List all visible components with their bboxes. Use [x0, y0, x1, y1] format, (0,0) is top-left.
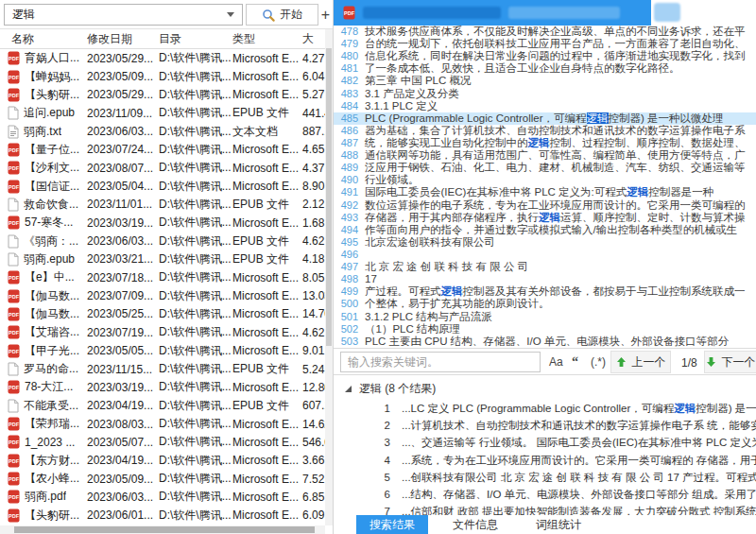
doc-line[interactable]: 499产过程。可程式逻辑控制器及其有关外部设备，都按易于与工业控制系统联成一 — [334, 285, 756, 298]
table-row[interactable]: 弱商.txt2023/06/03...D:\软件\腾讯...文本文档887.1 — [0, 122, 325, 140]
match-case-button[interactable]: Aa — [549, 352, 563, 372]
table-row[interactable]: PDF【荣邦瑞...2023/08/03...D:\软件\腾讯...Micros… — [0, 415, 325, 433]
table-row[interactable]: 《弱商：...2023/06/03...D:\软件\腾讯...EPUB 文件4.… — [0, 232, 325, 250]
table-row[interactable]: PDF1_2023 ...2023/05/07...D:\软件\腾讯...Mic… — [0, 433, 325, 451]
column-header-size[interactable]: 大 — [302, 31, 325, 47]
tab-file-info[interactable]: 文件信息 — [439, 515, 511, 534]
doc-line[interactable]: 496 — [334, 249, 756, 261]
file-size: 441.4 — [302, 107, 325, 120]
column-header-date[interactable]: 修改日期 — [87, 31, 159, 47]
tab-phrase-stats[interactable]: 词组统计 — [523, 515, 594, 534]
epub-file-icon — [8, 252, 19, 267]
doc-line[interactable]: 495北京宏途创联科技有限公司 — [334, 236, 756, 249]
column-header-name[interactable]: 名称 — [0, 31, 87, 47]
column-header-dir[interactable]: 目录 — [159, 31, 232, 47]
collapse-triangle-icon[interactable] — [345, 386, 352, 392]
result-item[interactable]: 1...LC 定义 PLC (Programmable Logic Contro… — [334, 400, 756, 417]
vertical-scrollbar-thumb[interactable] — [326, 48, 332, 346]
doc-line[interactable]: 482第三章 中国 PLC 概况 — [334, 75, 756, 87]
table-row[interactable]: PDF【伽马数...2023/05/25...D:\软件\腾讯...Micros… — [0, 305, 325, 323]
table-row[interactable]: PDF【甲子光...2023/05/05...D:\软件\腾讯...Micros… — [0, 342, 325, 360]
table-row[interactable]: 罗马的命...2023/11/15...D:\软件\腾讯...EPUB 文件5.… — [0, 360, 325, 378]
find-input[interactable] — [340, 352, 541, 372]
vertical-scrollbar[interactable] — [325, 29, 333, 525]
file-dir: D:\软件\腾讯... — [159, 361, 232, 377]
line-number: 483 — [334, 88, 358, 100]
table-row[interactable]: PDF【东方财...2023/04/19...D:\软件\腾讯...Micros… — [0, 452, 325, 470]
table-row[interactable]: PDF育娲人口...2023/05/29...D:\软件\腾讯...Micros… — [0, 49, 325, 67]
text-segment: 运算、顺序控制、定时、计数与算术操 — [560, 212, 746, 223]
text-segment: ...LC 定义 PLC (Programmable Logic Control… — [402, 403, 674, 414]
table-row[interactable]: 弱商.epub2023/03/21...D:\软件\腾讯...EPUB 文件4.… — [0, 250, 325, 268]
doc-line[interactable]: 4833.1 产品定义及分类 — [334, 88, 756, 100]
previous-result-button[interactable]: 上一个 — [610, 351, 671, 373]
result-item[interactable]: 5...创联科技有限公司 北 京 宏 途 创 联 科 技 有 限 公 司 17 … — [334, 469, 756, 486]
table-row[interactable]: PDF78-大江...2023/03/19...D:\软件\腾讯...Micro… — [0, 378, 325, 396]
regex-button[interactable]: (.*) — [591, 352, 606, 372]
results-header[interactable]: 逻辑 (8 个结果) — [334, 375, 756, 400]
table-row[interactable]: PDF【伽马数...2023/07/09...D:\软件\腾讯...Micros… — [0, 286, 325, 304]
column-header-type[interactable]: 类型 — [232, 31, 302, 47]
file-name-cell: PDF育娲人口... — [0, 50, 87, 66]
table-row[interactable]: PDF【蝉妈妈...2023/05/09...D:\软件\腾讯...Micros… — [0, 67, 325, 85]
table-row[interactable]: PDF【头豹研...2023/05/29...D:\软件\腾讯...Micros… — [0, 86, 325, 104]
doc-line[interactable]: 502（1）PLC 结构原理 — [334, 323, 756, 336]
table-row[interactable]: 不能承受...2023/04/19...D:\软件\腾讯...EPUB 文件60… — [0, 397, 325, 415]
table-row[interactable]: 救命饮食...2023/11/01...D:\软件\腾讯...EPUB 文件2.… — [0, 196, 325, 214]
doc-line[interactable]: 490行业领域。 — [334, 174, 756, 186]
next-result-button[interactable]: 下一个 — [704, 351, 756, 373]
line-number: 485 — [334, 112, 358, 125]
table-row[interactable]: PDF【艾瑞咨...2023/07/19...D:\软件\腾讯...Micros… — [0, 323, 325, 341]
doc-line[interactable]: 491国际电工委员会(IEC)在其标准中将 PLC 定义为:可程式逻辑控制器是一… — [334, 186, 756, 198]
text-segment: ...创联科技有限公司 北 京 宏 途 创 联 科 技 有 限 公 司 17 产… — [402, 472, 756, 483]
doc-line[interactable]: 487统，能够实现工业自动化控制中的逻辑控制、过程控制、顺序控制、数据处理、 — [334, 137, 756, 149]
file-name: 【伽马数... — [25, 288, 79, 304]
chevron-down-icon[interactable] — [227, 12, 234, 17]
result-item[interactable]: 6...结构、存储器、I/O 单元、电源模块、外部设备接口等部分 组成。采用了可… — [334, 486, 756, 503]
document-tab[interactable]: PDF — [334, 0, 651, 26]
line-text: 北 京 宏 途 创 联 科 技 有 限 公 司 — [365, 261, 528, 273]
doc-line[interactable]: 494作等面向用户的指令，并通过数字或模拟式输入/输出控制各种类型的机械或生 — [334, 224, 756, 236]
new-tab-button[interactable]: + — [318, 4, 333, 26]
text-segment: 第三章 中国 PLC 概况 — [365, 75, 471, 86]
doc-line[interactable]: 478技术服务供应商体系，不仅能及时解决企业高级、单点的不同业务诉求，还在平 — [334, 26, 756, 38]
whole-word-button[interactable]: “ — [572, 352, 578, 372]
doc-line[interactable]: 493存储器，用于其内部存储程序，执行逻辑运算、顺序控制、定时、计数与算术操 — [334, 212, 756, 224]
doc-line[interactable]: 489泛应用于钢铁、石油、化工、电力、建材、机械制造、汽车、纺织、交通运输等 — [334, 162, 756, 174]
result-item[interactable]: 4...系统，专为在工业环境应用而设计的。它采用一类可编程的 存储器，用于其内部… — [334, 452, 756, 469]
table-row[interactable]: PDF【头豹研...2023/06/01...D:\软件\腾讯...Micros… — [0, 507, 325, 525]
doc-line[interactable]: 5013.1.2 PLC 结构与产品流派 — [334, 311, 756, 323]
doc-line[interactable]: 485PLC (Programmable Logic Controller，可编… — [334, 112, 756, 125]
document-view[interactable]: 478技术服务供应商体系，不仅能及时解决企业高级、单点的不同业务诉求，还在平47… — [334, 26, 756, 348]
doc-line[interactable]: 49817 — [334, 273, 756, 285]
doc-line[interactable]: 488通信联网等功能，具有适用范围广、可靠性高、编程简单、使用方便等特点，广 — [334, 149, 756, 162]
start-search-button[interactable]: 开始 — [246, 4, 318, 26]
file-date: 2023/06/03... — [87, 491, 159, 504]
doc-line[interactable]: 479台的统一规划下，依托创联科技工业应用平台产品，一方面兼容了老旧自动化、 — [334, 38, 756, 50]
horizontal-scrollbar-thumb[interactable] — [14, 526, 315, 533]
tab-search-results[interactable]: 搜索结果 — [356, 515, 428, 534]
file-type: EPUB 文件 — [232, 361, 302, 377]
doc-line[interactable]: 481了一条成本低、见效快，且适合工业企业自身特点的数字化路径。 — [334, 62, 756, 75]
svg-text:PDF: PDF — [9, 275, 20, 281]
table-row[interactable]: PDF【e】中...2023/07/18...D:\软件\腾讯...Micros… — [0, 268, 325, 286]
result-item[interactable]: 2...计算机技术、自动控制技术和通讯技术的数字运算操作电子系 统，能够实现工业… — [334, 417, 756, 434]
table-row[interactable]: PDF【国信证...2023/05/04...D:\软件\腾讯...Micros… — [0, 177, 325, 195]
result-item[interactable]: 3...、交通运输等 行业领域。 国际电工委员会(IEC)在其标准中将 PLC … — [334, 434, 756, 451]
table-row[interactable]: PDF【沙利文...2023/08/07...D:\软件\腾讯...Micros… — [0, 159, 325, 177]
doc-line[interactable]: 500个整体，易于扩充其功能的原则设计。 — [334, 298, 756, 310]
table-row[interactable]: PDF弱商.pdf2023/06/03...D:\软件\腾讯...Microso… — [0, 488, 325, 506]
search-combobox[interactable]: 逻辑 — [4, 4, 243, 26]
table-row[interactable]: 追问.epub2023/11/09...D:\软件\腾讯...EPUB 文件44… — [0, 104, 325, 122]
doc-line[interactable]: 492数位运算操作的电子系统，专为在工业环境应用而设计的。它采用一类可编程的 — [334, 199, 756, 212]
horizontal-scrollbar[interactable] — [0, 525, 325, 534]
table-row[interactable]: PDF57-寒冬...2023/03/19...D:\软件\腾讯...Micro… — [0, 214, 325, 232]
doc-line[interactable]: 4843.1.1 PLC 定义 — [334, 100, 756, 112]
result-item[interactable]: 7...信部和财 政部 提出要加快智能制造装备发展，大力突破分散式 控制系统（D… — [334, 503, 756, 515]
doc-line[interactable]: 503PLC 主要由 CPU 结构、存储器、I/O 单元、电源模块、外部设备接口… — [334, 336, 756, 348]
doc-line[interactable]: 480信息化系统，同时在解决日常业务问题的过程中，循序渐进地实现数字化，找到 — [334, 50, 756, 62]
doc-line[interactable]: 497北 京 宏 途 创 联 科 技 有 限 公 司 — [334, 261, 756, 273]
table-row[interactable]: PDF【量子位...2023/07/24...D:\软件\腾讯...Micros… — [0, 141, 325, 159]
table-row[interactable]: PDF【农小蜂...2023/05/09...D:\软件\腾讯...Micros… — [0, 470, 325, 488]
doc-line[interactable]: 486器为基础，集合了计算机技术、自动控制技术和通讯技术的数字运算操作电子系 — [334, 125, 756, 137]
